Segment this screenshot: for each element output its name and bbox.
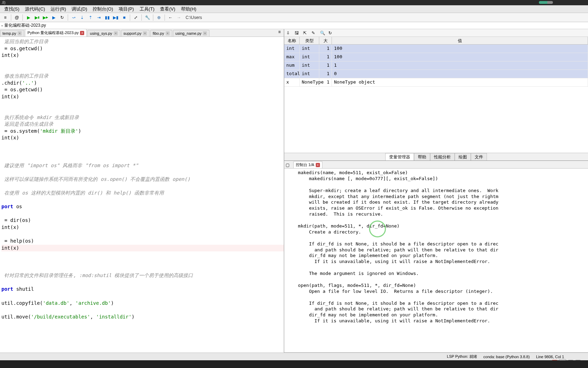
code-line[interactable]: = help(os) xyxy=(1,238,284,245)
tab-close-icon[interactable]: × xyxy=(114,31,118,35)
conda-status[interactable]: conda: base (Python 3.8.8) xyxy=(483,355,530,359)
run-cell-icon[interactable]: ▶▮ xyxy=(33,14,41,21)
code-line[interactable]: util.move('/build/executables', 'install… xyxy=(1,314,284,321)
console-close-icon[interactable]: × xyxy=(316,163,320,167)
right-tab-4[interactable]: 文件 xyxy=(471,153,487,161)
code-line[interactable] xyxy=(1,149,284,156)
lsp-status[interactable]: LSP Python: 就绪 xyxy=(447,354,477,359)
variable-row[interactable]: maxint1100 xyxy=(284,53,588,61)
code-line[interactable]: int(x) xyxy=(1,224,284,231)
menu-运行[interactable]: 运行(R) xyxy=(48,5,69,13)
tab-close-icon[interactable]: × xyxy=(166,31,170,35)
step-into-icon[interactable]: ⇣ xyxy=(78,14,86,21)
code-line[interactable] xyxy=(1,66,284,73)
code-line[interactable]: int(x) xyxy=(1,245,284,252)
menu-查看[interactable]: 查看(V) xyxy=(157,5,178,13)
python-icon[interactable]: ⊕ xyxy=(155,14,163,21)
wrench-icon[interactable]: 🔧 xyxy=(143,14,151,21)
code-line[interactable] xyxy=(1,155,284,162)
col-name[interactable]: 名称 xyxy=(284,37,300,44)
editor-tab[interactable]: using_name.py× xyxy=(173,30,210,37)
menu-查找[interactable]: 查找(S) xyxy=(1,5,22,13)
code-line[interactable]: = os.system('mkdir 新目录') xyxy=(1,128,284,135)
console-tab[interactable]: 控制台 1/A × xyxy=(293,161,322,168)
code-line[interactable] xyxy=(1,231,284,238)
variable-list[interactable]: intint1100maxint1100numint11totalint10xN… xyxy=(284,45,588,139)
pane-splitter[interactable] xyxy=(282,29,286,359)
new-file-icon[interactable]: ≡ xyxy=(1,14,9,21)
code-line[interactable] xyxy=(1,107,284,114)
variable-row[interactable]: totalint10 xyxy=(284,70,588,78)
menu-项目[interactable]: 项目(P) xyxy=(116,5,136,13)
code-line[interactable] xyxy=(1,183,284,190)
code-line[interactable] xyxy=(1,210,284,217)
console-new-icon[interactable]: ▢ xyxy=(286,163,291,168)
menu-帮助[interactable]: 帮助(H) xyxy=(178,5,199,13)
code-line[interactable]: int(x) xyxy=(1,93,284,100)
code-line[interactable]: 返回当前的工作目录 xyxy=(1,38,284,45)
code-line[interactable] xyxy=(1,142,284,149)
code-line[interactable]: = os.getcwd() xyxy=(1,86,284,93)
col-value[interactable]: 值 xyxy=(332,37,588,44)
pause-icon[interactable]: ▮▮ xyxy=(103,14,111,21)
code-line[interactable]: 返回是否成功生成目录 xyxy=(1,121,284,128)
save-icon[interactable]: 🖫 xyxy=(295,31,300,35)
code-line[interactable] xyxy=(1,320,284,327)
variable-row[interactable]: intint1100 xyxy=(284,45,588,53)
code-line[interactable]: 在使用 os 这样的大型模块时内置的 dir() 和 help() 函数非常有用 xyxy=(1,190,284,197)
code-line[interactable]: = dir(os) xyxy=(1,217,284,224)
menu-源代码[interactable]: 源代码(C) xyxy=(22,5,48,13)
right-tab-2[interactable]: 性能分析 xyxy=(430,153,455,161)
col-size[interactable]: 大小 xyxy=(319,37,332,44)
clear-icon[interactable]: ✎ xyxy=(312,31,316,35)
right-tab-1[interactable]: 帮助 xyxy=(414,153,430,161)
step-over-icon[interactable]: ⤻ xyxy=(70,14,78,21)
refresh-icon[interactable]: ↻ xyxy=(328,31,333,35)
code-line[interactable] xyxy=(1,279,284,286)
right-tab-0[interactable]: 变量管理器 xyxy=(385,153,414,161)
code-line[interactable] xyxy=(1,59,284,66)
search-icon[interactable]: 🔍 xyxy=(320,31,325,35)
cursor-position[interactable]: Line 9806, Col 1 xyxy=(536,355,564,359)
continue-icon[interactable]: ⇥ xyxy=(95,14,103,21)
nav-fwd-icon[interactable]: → xyxy=(175,14,183,21)
menu-控制台[interactable]: 控制台(O) xyxy=(90,5,116,13)
col-type[interactable]: 类型 xyxy=(300,37,319,44)
menu-工具[interactable]: 工具(T) xyxy=(137,5,158,13)
code-line[interactable] xyxy=(1,251,284,258)
working-dir[interactable]: C:\Users xyxy=(186,15,202,20)
stop-icon[interactable]: ■ xyxy=(120,14,128,21)
tab-close-icon[interactable]: × xyxy=(18,31,22,35)
code-line[interactable]: util.copyfile('data.db', 'archive.db') xyxy=(1,300,284,307)
code-line[interactable]: 修改当前的工作目录 xyxy=(1,73,284,80)
editor-tab[interactable]: temp.py× xyxy=(0,30,24,37)
code-line[interactable]: port os xyxy=(1,203,284,210)
code-line[interactable]: 建议使用 "import os" 风格而非 "from os import *" xyxy=(1,162,284,169)
code-line[interactable] xyxy=(1,265,284,272)
code-line[interactable]: = os.getcwd() xyxy=(1,45,284,52)
code-line[interactable] xyxy=(1,169,284,176)
editor-tab[interactable]: Python 量化编程基础-2023.py× xyxy=(25,29,87,37)
tab-close-icon[interactable]: × xyxy=(203,31,207,35)
editor-tab[interactable]: using_sys.py× xyxy=(87,30,120,37)
variable-row[interactable]: numint11 xyxy=(284,61,588,70)
code-line[interactable]: .chdir('..') xyxy=(1,80,284,87)
code-line[interactable] xyxy=(1,307,284,314)
code-line[interactable]: 执行系统命令 mkdir 生成新目录 xyxy=(1,114,284,121)
fullscreen-icon[interactable]: ⤢ xyxy=(132,14,140,21)
debug-run-icon[interactable]: ▶ xyxy=(50,14,58,21)
code-line[interactable] xyxy=(1,197,284,204)
console-output[interactable]: makedirs(name, mode=511, exist_ok=False)… xyxy=(284,169,588,352)
breadcrumb-file[interactable]: 量化编程基础-2023.py xyxy=(4,22,46,28)
taskbar[interactable] xyxy=(0,360,588,368)
code-line[interactable] xyxy=(1,258,284,265)
menu-调试[interactable]: 调试(D) xyxy=(69,5,90,13)
run-icon[interactable]: ▶ xyxy=(25,14,32,21)
code-line[interactable]: 这样可以保证随操作系统不同而有所变化的 os.open() 不会覆盖内置函数 o… xyxy=(1,176,284,183)
code-line[interactable]: port shutil xyxy=(1,286,284,293)
code-editor[interactable]: 返回当前的工作目录 = os.getcwd()int(x) 修改当前的工作目录.… xyxy=(0,37,284,359)
nav-back-icon[interactable]: ← xyxy=(167,14,174,21)
variable-row[interactable]: xNoneType1NoneType object xyxy=(284,78,588,87)
import-icon[interactable]: ⇩ xyxy=(286,31,291,35)
code-line[interactable] xyxy=(1,293,284,300)
